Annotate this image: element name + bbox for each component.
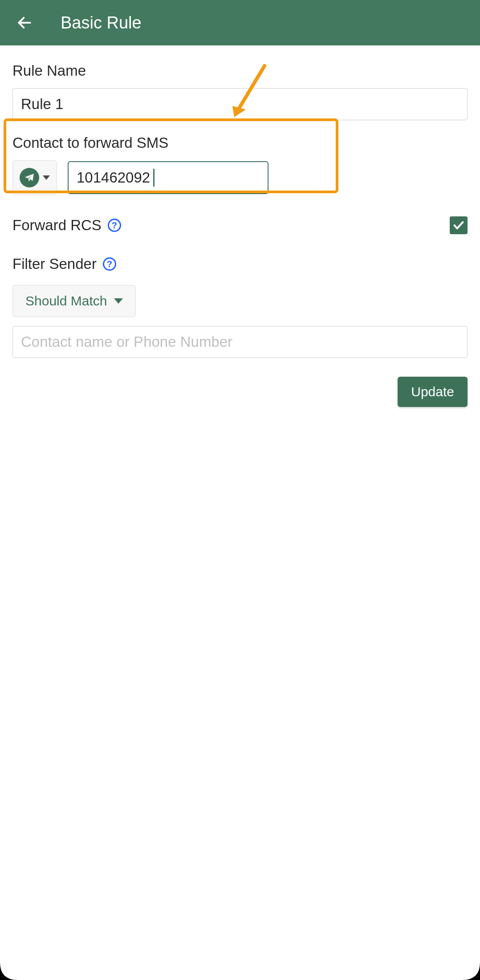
chevron-down-icon [43,175,50,180]
forward-rcs-checkbox[interactable] [450,216,468,234]
update-button[interactable]: Update [398,377,468,407]
filter-mode-dropdown[interactable]: Should Match [12,285,136,317]
filter-sender-input[interactable] [12,326,468,358]
chevron-down-icon [114,298,123,304]
forward-method-selector[interactable] [12,160,57,195]
page-title: Basic Rule [61,13,142,33]
help-icon[interactable]: ? [103,257,116,271]
help-icon[interactable]: ? [108,219,121,232]
filter-mode-label: Should Match [25,293,107,309]
forward-rcs-label: Forward RCS [12,217,102,234]
contact-input[interactable] [68,161,268,194]
screen-corner [0,962,18,980]
rule-name-label: Rule Name [12,62,468,79]
telegram-icon [20,168,39,187]
filter-sender-label: Filter Sender [12,256,97,272]
back-button[interactable] [16,14,33,31]
app-header: Basic Rule [0,0,480,45]
rule-name-input[interactable] [12,88,468,120]
contact-label: Contact to forward SMS [12,134,468,151]
forward-rcs-row: Forward RCS ? [12,216,468,234]
screen-corner [462,962,480,980]
